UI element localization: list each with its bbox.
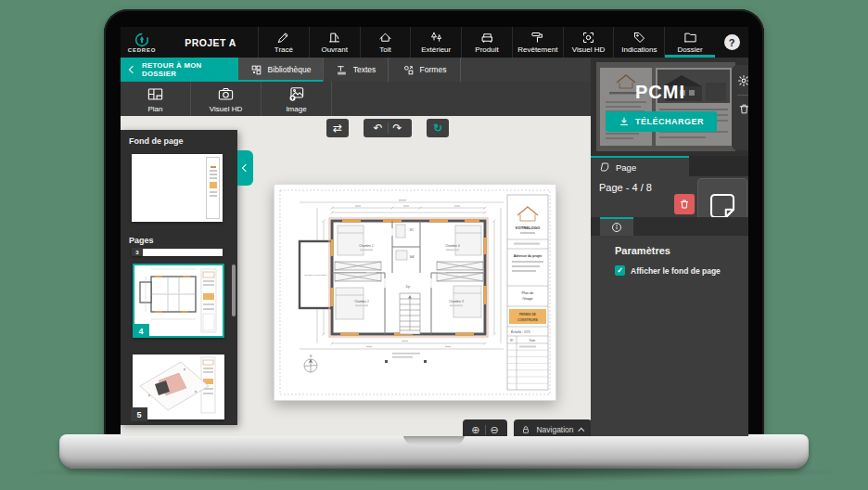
- page-number-badge: 4: [133, 324, 149, 338]
- zoom-out-button[interactable]: ⊖: [491, 424, 499, 436]
- svg-text:Date: Date: [530, 339, 536, 342]
- svg-text:Adresse du projet: Adresse du projet: [514, 254, 542, 258]
- help-button[interactable]: ?: [715, 27, 748, 58]
- download-icon: [619, 116, 630, 127]
- background-section-title: Fond de page: [121, 130, 237, 146]
- show-background-checkbox-row[interactable]: ✓ Afficher le fond de page: [615, 265, 721, 276]
- canvas-toolbar: ⇄ ↶ ↷ ↻: [326, 119, 449, 137]
- cedreo-logo-icon: [134, 32, 149, 47]
- checkbox-label: Afficher le fond de page: [631, 266, 721, 276]
- background-thumbnail[interactable]: [132, 154, 223, 222]
- trees-icon: [429, 31, 443, 45]
- chevron-left-icon: [241, 164, 249, 172]
- library-bar: Plan Visuel HD Image: [121, 82, 591, 116]
- tab-toit[interactable]: Toit: [360, 27, 411, 58]
- svg-text:PERMIS DE: PERMIS DE: [519, 313, 537, 316]
- divider: [737, 95, 748, 96]
- page-5-thumbnail[interactable]: 5: [133, 355, 224, 419]
- tab-produit[interactable]: Produit: [461, 27, 512, 58]
- project-name[interactable]: PROJET A: [163, 27, 258, 58]
- main-tab-bar: Tracé Ouvrant Toit Extérieur: [258, 27, 715, 58]
- info-icon: [611, 222, 622, 233]
- tab-dossier[interactable]: Dossier: [664, 27, 715, 58]
- app-window: CEDREO PROJET A Tracé Ouvrant Toit: [121, 27, 748, 436]
- tab-info[interactable]: [600, 217, 633, 236]
- roof-icon: [378, 31, 392, 45]
- laptop-bezel: CEDREO PROJET A Tracé Ouvrant Toit: [104, 9, 764, 437]
- tab-revetement[interactable]: Revêtement: [512, 27, 563, 58]
- house-logo-icon: [211, 161, 216, 168]
- page-number-badge: 3: [132, 248, 143, 256]
- swap-icon: ⇄: [333, 122, 342, 135]
- tab-bibliotheque[interactable]: Bibliothèque: [238, 58, 324, 82]
- svg-text:WC: WC: [410, 228, 414, 232]
- panel-subtab-row: [591, 217, 748, 236]
- tab-exterieur[interactable]: Extérieur: [410, 27, 461, 58]
- chevron-left-icon: [129, 66, 136, 73]
- dossier-panel: PCMI TÉLÉCHARGER: [591, 58, 748, 436]
- page-3-thumbnail[interactable]: 3: [132, 249, 223, 256]
- paint-roller-icon: [530, 31, 544, 45]
- door-icon: [327, 31, 341, 45]
- trash-icon: [679, 199, 690, 210]
- delete-document-button[interactable]: [738, 103, 749, 115]
- back-to-folder-button[interactable]: RETOUR À MON DOSSIER: [121, 58, 238, 82]
- library-visuel-hd-button[interactable]: Visuel HD: [191, 82, 262, 116]
- page-background: CEDREO PROJET A Tracé Ouvrant Toit: [0, 0, 868, 490]
- tab-textes[interactable]: Textes: [324, 58, 389, 82]
- undo-button[interactable]: ↶: [373, 122, 382, 135]
- divider: [388, 122, 389, 134]
- svg-text:Terrasse non accessible: Terrasse non accessible: [304, 274, 327, 276]
- floor-plan-drawing: Terrasse non accessible: [274, 184, 556, 401]
- library-icon: [250, 64, 262, 76]
- permit-chip: [210, 182, 217, 188]
- svg-text:Échelle : 1/75: Échelle : 1/75: [511, 329, 530, 334]
- laptop-shadow: [32, 463, 836, 482]
- sidebar-scrollbar[interactable]: [232, 264, 236, 316]
- svg-text:Dgt: Dgt: [406, 285, 411, 289]
- secondary-bar: RETOUR À MON DOSSIER Bibliothèque Textes…: [121, 58, 591, 82]
- camera-icon: [216, 85, 236, 103]
- pcmi-preview[interactable]: PCMI TÉLÉCHARGER: [591, 58, 748, 156]
- logo-text: CEDREO: [128, 47, 156, 53]
- settings-title: Paramètres: [615, 245, 670, 256]
- tab-indications[interactable]: Indications: [613, 27, 664, 58]
- document-title: PCMI: [591, 82, 730, 103]
- floor-plan-sheet[interactable]: Terrasse non accessible: [274, 184, 556, 401]
- gear-icon: [737, 74, 748, 87]
- refresh-button[interactable]: ↻: [427, 119, 449, 137]
- svg-text:Plan de: Plan de: [522, 291, 534, 295]
- navigation-button[interactable]: Navigation: [514, 419, 592, 436]
- tab-page[interactable]: Page: [591, 156, 689, 176]
- sidebar-collapse-button[interactable]: [237, 150, 253, 186]
- page-icon: [599, 161, 610, 173]
- svg-text:CONSTRUIRE: CONSTRUIRE: [517, 318, 539, 322]
- checkbox-checked-icon[interactable]: ✓: [615, 265, 625, 276]
- tab-visuel-hd[interactable]: Visuel HD: [563, 27, 614, 58]
- shapes-icon: [402, 64, 415, 76]
- svg-text:SdB: SdB: [410, 255, 415, 259]
- tab-ouvrant[interactable]: Ouvrant: [309, 27, 360, 58]
- redo-button[interactable]: ↷: [393, 122, 402, 135]
- delete-page-button[interactable]: [674, 194, 695, 214]
- swap-page-button[interactable]: ⇄: [326, 119, 349, 137]
- page-4-thumbnail[interactable]: 4: [133, 264, 224, 338]
- pages-sidebar: Fond de page Pages 3: [121, 130, 237, 425]
- settings-button[interactable]: [737, 74, 748, 87]
- svg-text:Chambre 1: Chambre 1: [359, 244, 374, 248]
- background-titleblock: [206, 157, 220, 219]
- download-button[interactable]: TÉLÉCHARGER: [606, 111, 717, 132]
- top-bar: CEDREO PROJET A Tracé Ouvrant Toit: [121, 27, 748, 58]
- page-counter: Page - 4 / 8: [599, 182, 652, 193]
- tab-trace[interactable]: Tracé: [258, 27, 309, 58]
- text-icon: [336, 64, 348, 76]
- folder-icon: [683, 31, 697, 45]
- library-image-button[interactable]: Image: [262, 82, 332, 116]
- zoom-in-button[interactable]: ⊕: [471, 424, 479, 436]
- history-controls: ↶ ↷: [364, 119, 412, 137]
- library-plan-button[interactable]: Plan: [121, 82, 191, 116]
- document-actions-strip: [732, 65, 748, 150]
- cedreo-logo[interactable]: CEDREO: [121, 27, 163, 58]
- tab-formes[interactable]: Formes: [389, 58, 461, 82]
- zoom-controls: ⊕ ⊖: [463, 419, 507, 436]
